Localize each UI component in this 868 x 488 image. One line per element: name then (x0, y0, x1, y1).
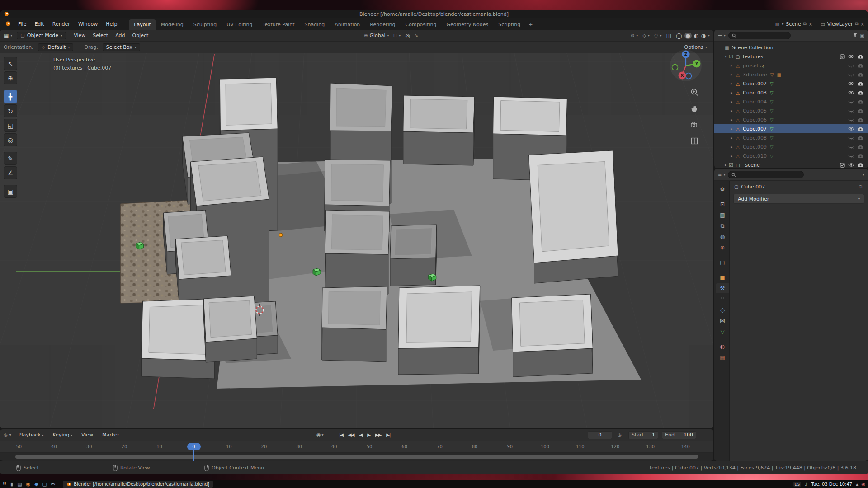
expand-icon[interactable]: ▸ (729, 136, 735, 140)
timeline-menu-playback[interactable]: Playback ▾ (15, 431, 47, 439)
filter-icon[interactable] (853, 33, 858, 39)
properties-tab-constraints[interactable]: ⋈ (716, 316, 729, 326)
scene-browse-icon[interactable]: ▧ (775, 22, 779, 27)
tab-texture-paint[interactable]: Texture Paint (258, 19, 300, 30)
gizmos-dropdown[interactable]: ◇ ▾ (642, 33, 650, 38)
shading-wireframe-button[interactable]: ◯ (676, 33, 682, 39)
properties-tab-scene[interactable]: ◍ (716, 232, 729, 242)
tab-sculpting[interactable]: Sculpting (189, 19, 222, 30)
disable-in-render-icon[interactable] (858, 99, 863, 104)
playback-clock-icon[interactable]: ◷ (618, 432, 622, 437)
frame-start-field[interactable]: Start 1 (628, 431, 658, 439)
tab-compositing[interactable]: Compositing (401, 19, 442, 30)
tab-layout[interactable]: Layout (129, 19, 156, 30)
tab-geometry-nodes[interactable]: Geometry Nodes (441, 19, 493, 30)
hide-in-viewport-icon[interactable] (848, 63, 854, 68)
hide-in-viewport-icon[interactable] (848, 108, 854, 113)
add-workspace-button[interactable]: + (525, 19, 536, 30)
tool-measure[interactable]: ∠ (4, 166, 17, 179)
mode-dropdown[interactable]: ▢ Object Mode ▾ (17, 32, 66, 39)
outliner-row-cube-002[interactable]: ▸△Cube.002▽ (714, 79, 868, 88)
properties-tab-object[interactable]: ■ (716, 272, 729, 282)
viewport-menu-object[interactable]: Object (129, 32, 151, 39)
disable-in-render-icon[interactable] (858, 145, 863, 149)
disable-in-render-icon[interactable] (858, 63, 863, 68)
play-button[interactable]: ▶ (365, 432, 372, 438)
hide-in-viewport-icon[interactable] (848, 54, 854, 59)
shading-rendered-button[interactable]: ◑ (701, 33, 706, 39)
notifications-icon[interactable]: ◉ (861, 482, 865, 487)
disable-in-render-icon[interactable] (858, 117, 863, 122)
expand-icon[interactable]: ▸ (729, 99, 735, 104)
menu-help[interactable]: Help (102, 20, 121, 28)
hide-in-viewport-icon[interactable] (848, 154, 854, 158)
terminal-icon[interactable]: ▮ (10, 481, 13, 487)
properties-tab-view-layer[interactable]: ⧉ (716, 221, 729, 231)
zoom-icon[interactable] (690, 88, 699, 99)
disable-in-render-icon[interactable] (858, 81, 863, 86)
outliner-row-presets[interactable]: ▸△presets4 (714, 61, 868, 70)
menu-file[interactable]: File (14, 20, 30, 28)
outliner-row-cube-010[interactable]: ▸△Cube.010▽ (714, 151, 868, 160)
timeline-menu-keying[interactable]: Keying ▾ (49, 431, 76, 439)
tab-animation[interactable]: Animation (330, 19, 365, 30)
outliner-row-cube-003[interactable]: ▸△Cube.003▽ (714, 88, 868, 97)
viewlayer-copy-icon[interactable]: ⧉ (855, 21, 858, 27)
taskbar-clock[interactable]: Tue, 03 Dec 10:47 (811, 482, 853, 487)
disable-in-render-icon[interactable] (858, 127, 863, 131)
properties-search-input[interactable] (728, 171, 804, 178)
hide-in-viewport-icon[interactable] (848, 117, 854, 122)
expand-icon[interactable]: ▸ (729, 90, 735, 95)
pan-hand-icon[interactable] (690, 104, 699, 115)
proportional-falloff-dropdown[interactable]: ∿ (415, 33, 418, 38)
expand-icon[interactable]: ▸ (729, 108, 735, 113)
chevron-down-icon[interactable]: ▾ (708, 33, 710, 38)
tool-transform[interactable]: ◎ (4, 133, 17, 146)
timeline-menu-view[interactable]: View (78, 431, 97, 439)
overlays-dropdown[interactable]: ◌ ▾ (654, 33, 662, 38)
auto-keying-toggle[interactable]: ◉ ▾ (316, 432, 324, 438)
navigation-gizmo[interactable]: ZYX (669, 49, 703, 82)
tab-uv-editing[interactable]: UV Editing (222, 19, 257, 30)
viewlayer-icon[interactable]: ▤ (821, 22, 825, 27)
timeline-ruler[interactable]: -50-40-30-20-100102030405060708090100110… (0, 441, 713, 453)
tool-move[interactable]: ╋ (4, 90, 17, 103)
tool-rotate[interactable]: ↻ (4, 104, 17, 117)
viewlayer-close-icon[interactable]: × (861, 22, 864, 27)
disable-in-render-icon[interactable] (858, 163, 863, 167)
outliner-row-textures[interactable]: ▾☑▢textures (714, 52, 868, 61)
collection-checkbox[interactable]: ☑ (729, 54, 733, 60)
expand-icon[interactable]: ▸ (729, 117, 735, 122)
play-reverse-button[interactable]: ◀ (357, 432, 364, 438)
jump-to-start-button[interactable]: |◀ (337, 432, 345, 438)
editor-icon[interactable]: ◆ (34, 481, 38, 487)
scene-close-icon[interactable]: × (809, 22, 812, 27)
timeline-editor-type-button[interactable]: ◷ ▾ (4, 432, 11, 437)
tab-modeling[interactable]: Modeling (156, 19, 189, 30)
outliner-row--scene[interactable]: ▸☑▢_scene (714, 160, 868, 168)
expand-icon[interactable]: ▸ (729, 63, 735, 68)
drag-select[interactable]: Select Box ▾ (103, 43, 140, 51)
expand-icon[interactable]: ▸ (723, 163, 729, 167)
camera-view-icon[interactable] (690, 120, 699, 131)
proportional-edit-toggle[interactable]: ◎ (405, 33, 410, 39)
tab-scripting[interactable]: Scripting (493, 19, 525, 30)
hide-in-viewport-icon[interactable] (848, 99, 854, 104)
orthographic-grid-icon[interactable] (690, 136, 699, 147)
exclude-checkbox[interactable] (840, 54, 845, 59)
tab-rendering[interactable]: Rendering (365, 19, 400, 30)
tool-cursor[interactable]: ⊕ (4, 71, 17, 84)
pin-icon[interactable]: ⊙ (859, 184, 863, 190)
app-grid-icon[interactable]: ⠿ (3, 481, 6, 487)
window-titlebar[interactable]: Blender [/home/amalie/Desktop/blender/ca… (0, 10, 868, 18)
disable-in-render-icon[interactable] (858, 108, 863, 113)
outliner-row-scene-collection[interactable]: ▦Scene Collection (714, 43, 868, 52)
disable-in-render-icon[interactable] (858, 54, 863, 59)
timeline-menu-marker[interactable]: Marker (99, 431, 123, 439)
disable-in-render-icon[interactable] (858, 136, 863, 140)
tool-add-cube[interactable]: ▣ (4, 185, 17, 198)
taskbar-window-button[interactable]: Blender [/home/amalie/Desktop/blender/ca… (63, 481, 213, 488)
selectability-visibility-dropdown[interactable]: ⊚ ▾ (631, 33, 638, 38)
outliner-row-cube-009[interactable]: ▸△Cube.009▽ (714, 142, 868, 151)
expand-icon[interactable]: ▾ (723, 54, 729, 59)
